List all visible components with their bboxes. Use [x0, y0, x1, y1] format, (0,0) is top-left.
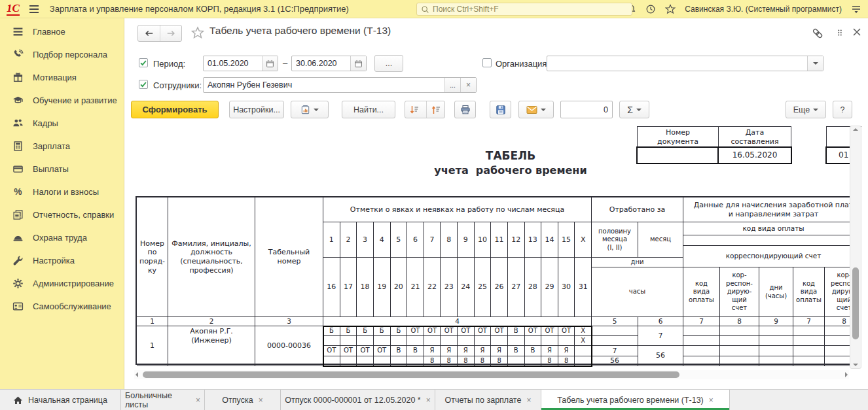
- mark-cell[interactable]: [340, 336, 357, 346]
- organization-checkbox[interactable]: [482, 58, 492, 67]
- clear-icon[interactable]: ×: [460, 78, 476, 92]
- mark-cell[interactable]: [508, 356, 525, 366]
- mark-cell[interactable]: [508, 336, 525, 346]
- doc-number-value[interactable]: [636, 146, 719, 164]
- close-icon[interactable]: ×: [526, 396, 531, 405]
- save-button[interactable]: [490, 101, 511, 118]
- mark-cell[interactable]: ОТ: [441, 326, 458, 336]
- vertical-scroll-thumb[interactable]: [852, 267, 859, 339]
- calendar-icon[interactable]: [350, 56, 366, 71]
- find-button[interactable]: Найти...: [342, 101, 395, 118]
- calendar-icon[interactable]: [262, 56, 278, 71]
- pay-cell[interactable]: [683, 346, 720, 356]
- mark-cell[interactable]: ОТ: [374, 346, 391, 356]
- organization-field[interactable]: [547, 56, 823, 71]
- mark-cell[interactable]: В: [508, 346, 525, 356]
- employees-checkbox[interactable]: [139, 80, 148, 89]
- pay-cell[interactable]: [793, 346, 825, 356]
- horizontal-scrollbar[interactable]: [134, 370, 849, 379]
- close-icon[interactable]: ×: [196, 396, 200, 405]
- mark-cell[interactable]: [458, 336, 475, 346]
- mark-cell[interactable]: [374, 356, 391, 366]
- mark-cell[interactable]: Я: [541, 346, 558, 356]
- sidebar-item-zarplata[interactable]: Зарплата: [0, 135, 124, 158]
- mark-cell[interactable]: Б: [323, 326, 340, 336]
- half-days-cell[interactable]: 7: [592, 346, 638, 356]
- mark-cell[interactable]: [357, 356, 374, 366]
- report-variants-button[interactable]: [291, 101, 329, 118]
- pay-cell[interactable]: [720, 336, 759, 346]
- mark-cell[interactable]: 8: [458, 356, 475, 366]
- service-menu-icon[interactable]: [851, 4, 861, 14]
- employees-input[interactable]: [204, 78, 444, 92]
- help-button[interactable]: ?: [833, 101, 852, 118]
- mark-cell[interactable]: Б: [391, 326, 408, 336]
- sidebar-item-podbor[interactable]: Подбор персонала: [0, 43, 124, 66]
- mark-cell[interactable]: [374, 336, 391, 346]
- mark-cell[interactable]: ОТ: [475, 326, 492, 336]
- close-icon[interactable]: ×: [259, 396, 263, 405]
- mark-cell[interactable]: [575, 356, 592, 366]
- sidebar-item-vyplaty[interactable]: Выплаты: [0, 158, 124, 180]
- sidebar-item-obuchenie[interactable]: Обучение и развитие: [0, 89, 124, 112]
- mark-cell[interactable]: [407, 356, 424, 366]
- sidebar-item-motivacia[interactable]: Мотивация: [0, 66, 124, 89]
- horizontal-scroll-thumb[interactable]: [143, 371, 679, 378]
- mark-cell[interactable]: ОТ: [541, 326, 558, 336]
- mark-cell[interactable]: [525, 356, 542, 366]
- mark-cell[interactable]: [558, 336, 575, 346]
- mark-cell[interactable]: Я: [475, 346, 492, 356]
- mark-cell[interactable]: Б: [357, 326, 374, 336]
- pay-cell[interactable]: [793, 326, 825, 336]
- mark-cell[interactable]: ОТ: [458, 326, 475, 336]
- mark-cell[interactable]: [323, 356, 340, 366]
- mark-cell[interactable]: В: [525, 346, 542, 356]
- sidebar-item-samoobsluzhivanie[interactable]: Самообслуживание: [0, 295, 124, 318]
- mark-cell[interactable]: X: [575, 336, 592, 346]
- back-button[interactable]: [138, 26, 160, 41]
- mark-cell[interactable]: 8: [441, 356, 458, 366]
- mark-cell[interactable]: Б: [340, 326, 357, 336]
- mark-cell[interactable]: ОТ: [491, 326, 508, 336]
- sidebar-item-nalogi[interactable]: % Налоги и взносы: [0, 180, 124, 203]
- settings-button[interactable]: Настройки...: [229, 101, 284, 118]
- mark-cell[interactable]: [441, 336, 458, 346]
- mark-cell[interactable]: В: [508, 326, 525, 336]
- counter-input[interactable]: [561, 101, 612, 118]
- collapse-groups-button[interactable]: [426, 101, 444, 118]
- mark-cell[interactable]: Я: [424, 346, 441, 356]
- current-user[interactable]: Савинская З.Ю. (Системный программист): [685, 5, 842, 14]
- month-hours-cell[interactable]: 56: [638, 346, 683, 366]
- mark-cell[interactable]: ОТ: [340, 346, 357, 356]
- pay-cell[interactable]: [683, 336, 720, 346]
- sidebar-item-nastroika[interactable]: Настройка: [0, 249, 124, 272]
- tab-otpuska[interactable]: Отпуска×: [205, 390, 281, 410]
- pay-cell[interactable]: [720, 346, 759, 356]
- mark-cell[interactable]: 8: [491, 356, 508, 366]
- period-checkbox[interactable]: [139, 58, 148, 67]
- tab-tabel-t13[interactable]: Табель учета рабочего времени (Т-13)×: [541, 390, 730, 410]
- month-days-cell[interactable]: 7: [638, 326, 683, 346]
- mark-cell[interactable]: Я: [491, 346, 508, 356]
- mark-cell[interactable]: ОТ: [525, 326, 542, 336]
- mark-cell[interactable]: [424, 336, 441, 346]
- half-empty-cell[interactable]: [592, 326, 638, 336]
- scroll-down-icon[interactable]: [853, 364, 858, 366]
- dropdown-button[interactable]: [807, 56, 823, 71]
- doc-date-value[interactable]: 16.05.2020: [717, 146, 792, 164]
- global-search-input[interactable]: Поиск Ctrl+Shift+F: [416, 3, 632, 16]
- mark-cell[interactable]: Я: [441, 346, 458, 356]
- sidebar-item-kadry[interactable]: Кадры: [0, 112, 124, 135]
- mark-cell[interactable]: [391, 356, 408, 366]
- mark-cell[interactable]: ОТ: [323, 346, 340, 356]
- sum-button[interactable]: Σ: [619, 101, 649, 118]
- row-employee-name[interactable]: Акопян Р.Г. (Инженер): [168, 326, 255, 366]
- sidebar-item-glavnoe[interactable]: Главное: [0, 20, 124, 43]
- tab-home[interactable]: Начальная страница: [0, 390, 121, 410]
- choose-button[interactable]: ...: [444, 78, 460, 92]
- sidebar-item-administrirovanie[interactable]: Администрирование: [0, 272, 124, 295]
- sidebar-item-ohrana[interactable]: Охрана труда: [0, 226, 124, 249]
- mark-cell[interactable]: 8: [424, 356, 441, 366]
- tab-otpusk-document[interactable]: Отпуск 0000-000001 от 12.05.2020 *×: [281, 390, 435, 410]
- mark-cell[interactable]: ОТ: [558, 326, 575, 336]
